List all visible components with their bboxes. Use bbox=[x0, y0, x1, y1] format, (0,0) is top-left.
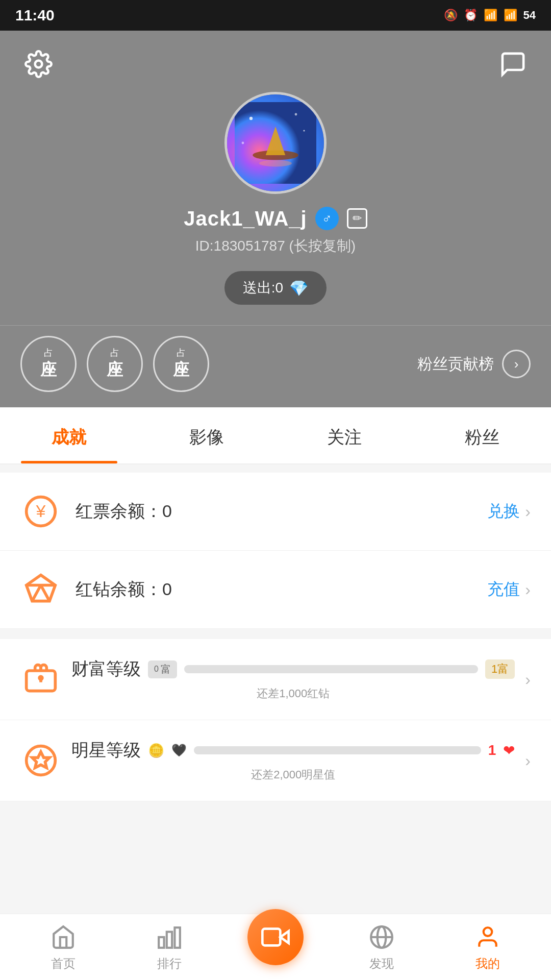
wealth-hint: 还差1,000红钻 bbox=[71, 686, 515, 701]
nav-ranking[interactable]: 排行 bbox=[116, 923, 222, 972]
profile-header: Jack1_WA_j ♂ ✏ ID:183051787 (长按复制) 送出:0 … bbox=[0, 31, 551, 325]
wifi-icon: 📶 bbox=[504, 9, 517, 22]
avatar-image bbox=[227, 94, 324, 191]
wealth-chevron[interactable]: › bbox=[525, 670, 531, 689]
fan-ranking-chevron[interactable]: › bbox=[502, 350, 531, 378]
discover-icon bbox=[367, 923, 396, 951]
avatar[interactable] bbox=[224, 92, 327, 194]
red-diamond-label: 红钻余额：0 bbox=[76, 578, 487, 601]
status-bar: 11:40 🔕 ⏰ 📶 📶 54 bbox=[0, 0, 551, 31]
home-icon bbox=[49, 923, 78, 951]
star-header: 明星等级 🪙 🖤 1 ❤ bbox=[71, 739, 515, 762]
star-icon bbox=[20, 740, 61, 781]
svg-marker-23 bbox=[280, 931, 288, 943]
svg-point-8 bbox=[242, 142, 244, 144]
svg-point-6 bbox=[295, 113, 297, 116]
svg-text:¥: ¥ bbox=[36, 501, 46, 521]
tab-fans[interactable]: 粉丝 bbox=[413, 407, 551, 463]
nav-home-label: 首页 bbox=[51, 955, 76, 972]
nav-my[interactable]: 我的 bbox=[435, 923, 541, 972]
nav-my-label: 我的 bbox=[475, 955, 500, 972]
separator-1 bbox=[0, 629, 551, 639]
status-icons: 🔕 ⏰ 📶 📶 54 bbox=[444, 9, 536, 22]
zodiac-bottom-2: 座 bbox=[107, 359, 123, 381]
content-area: ¥ 红票余额：0 兑换 › 红钻余额：0 充值 › bbox=[0, 473, 551, 801]
alarm-icon: ⏰ bbox=[464, 9, 478, 22]
red-ticket-chevron: › bbox=[525, 502, 531, 521]
zodiac-bottom-1: 座 bbox=[40, 359, 57, 381]
svg-rect-20 bbox=[159, 937, 164, 948]
wealth-title: 财富等级 bbox=[71, 657, 141, 681]
nav-camera[interactable] bbox=[222, 929, 329, 965]
svg-point-0 bbox=[35, 60, 42, 67]
svg-point-5 bbox=[249, 117, 253, 120]
gifts-sent-label: 送出:0 bbox=[243, 278, 283, 298]
ranking-icon bbox=[155, 923, 184, 951]
nav-ranking-label: 排行 bbox=[157, 955, 182, 972]
zodiac-top-1: 占 bbox=[44, 347, 53, 359]
edit-profile-button[interactable]: ✏ bbox=[347, 208, 367, 229]
wealth-header: 财富等级 0 富 1富 bbox=[71, 657, 515, 681]
svg-line-14 bbox=[41, 585, 49, 601]
svg-line-13 bbox=[32, 585, 41, 601]
username: Jack1_WA_j bbox=[184, 207, 307, 230]
red-diamond-action[interactable]: 充值 bbox=[487, 578, 520, 601]
gifts-sent-badge: 送出:0 💎 bbox=[224, 271, 327, 305]
svg-point-4 bbox=[259, 160, 292, 167]
zodiac-circle-2[interactable]: 占 座 bbox=[87, 336, 143, 392]
zodiac-top-3: 占 bbox=[177, 347, 186, 359]
zodiac-bottom-3: 座 bbox=[173, 359, 189, 381]
camera-button[interactable] bbox=[247, 909, 304, 965]
coin-badge: 🪙 bbox=[148, 743, 164, 758]
tab-following[interactable]: 关注 bbox=[276, 407, 413, 463]
star-chevron[interactable]: › bbox=[525, 751, 531, 770]
svg-point-28 bbox=[484, 927, 492, 936]
red-ticket-item: ¥ 红票余额：0 兑换 › bbox=[0, 473, 551, 551]
header-icons bbox=[20, 46, 531, 82]
fan-section: 占 座 占 座 占 座 粉丝贡献榜 › bbox=[0, 325, 551, 407]
zodiac-circle-1[interactable]: 占 座 bbox=[20, 336, 77, 392]
red-ticket-action[interactable]: 兑换 bbox=[487, 500, 520, 523]
tab-achievements[interactable]: 成就 bbox=[0, 407, 138, 463]
wealth-icon bbox=[20, 659, 61, 700]
signal-icon: 📶 bbox=[484, 9, 497, 22]
fan-contribution-label: 粉丝贡献榜 bbox=[417, 354, 494, 375]
tab-media[interactable]: 影像 bbox=[138, 407, 276, 463]
svg-rect-21 bbox=[167, 932, 172, 947]
wealth-content: 财富等级 0 富 1富 还差1,000红钻 bbox=[71, 657, 515, 701]
my-icon bbox=[473, 923, 502, 951]
svg-marker-19 bbox=[32, 752, 49, 768]
red-ticket-icon: ¥ bbox=[20, 491, 61, 532]
gender-badge: ♂ bbox=[315, 207, 339, 230]
red-diamond-icon bbox=[20, 569, 61, 610]
star-hint: 还差2,000明星值 bbox=[71, 767, 515, 782]
wealth-level-start: 0 富 bbox=[148, 660, 177, 678]
red-diamond-item: 红钻余额：0 充值 › bbox=[0, 551, 551, 629]
star-title: 明星等级 bbox=[71, 739, 141, 762]
red-ticket-label: 红票余额：0 bbox=[76, 500, 487, 523]
settings-button[interactable] bbox=[20, 46, 56, 82]
username-row: Jack1_WA_j ♂ ✏ bbox=[184, 207, 367, 230]
diamond-icon: 💎 bbox=[289, 279, 308, 297]
svg-point-7 bbox=[303, 130, 305, 131]
svg-point-17 bbox=[38, 675, 43, 681]
battery-icon: 54 bbox=[523, 9, 536, 22]
nav-discover-label: 发现 bbox=[369, 955, 394, 972]
status-time: 11:40 bbox=[15, 7, 55, 24]
svg-rect-24 bbox=[262, 928, 280, 945]
nav-discover[interactable]: 发现 bbox=[329, 923, 435, 972]
mute-icon: 🔕 bbox=[444, 9, 458, 22]
zodiac-circle-3[interactable]: 占 座 bbox=[153, 336, 209, 392]
star-level-item: 明星等级 🪙 🖤 1 ❤ 还差2,000明星值 › bbox=[0, 720, 551, 801]
wealth-level-end: 1富 bbox=[485, 659, 515, 679]
nav-home[interactable]: 首页 bbox=[10, 923, 116, 972]
message-button[interactable] bbox=[495, 46, 531, 82]
zodiac-top-2: 占 bbox=[110, 347, 119, 359]
fan-contribution[interactable]: 粉丝贡献榜 › bbox=[219, 350, 531, 378]
bottom-nav: 首页 排行 发现 bbox=[0, 914, 551, 980]
user-id[interactable]: ID:183051787 (长按复制) bbox=[195, 236, 356, 256]
star-content: 明星等级 🪙 🖤 1 ❤ 还差2,000明星值 bbox=[71, 739, 515, 782]
svg-rect-22 bbox=[174, 927, 180, 948]
wealth-level-item: 财富等级 0 富 1富 还差1,000红钻 › bbox=[0, 639, 551, 720]
tabs: 成就 影像 关注 粉丝 bbox=[0, 407, 551, 464]
